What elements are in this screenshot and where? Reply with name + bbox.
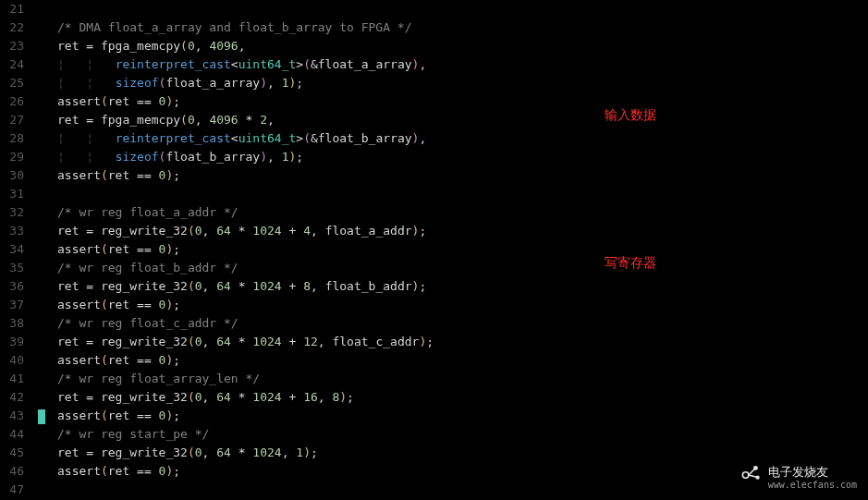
line-number[interactable]: 43 <box>0 407 24 425</box>
watermark-url: www.elecfans.com <box>768 480 857 490</box>
code-token: 4096 <box>209 113 245 127</box>
code-token: < <box>231 131 238 145</box>
line-number[interactable]: 25 <box>0 74 24 92</box>
code-token: * <box>238 279 253 293</box>
code-token: reinterpret_cast <box>116 131 231 145</box>
code-token: = <box>86 224 101 238</box>
code-token: 1024 <box>252 390 288 404</box>
code-line[interactable] <box>35 0 868 18</box>
code-token: ( <box>101 168 108 182</box>
code-line[interactable]: assert(ret == 0); <box>35 166 868 185</box>
code-line[interactable]: ret = reg_write_32(0, 64 * 1024 + 8, flo… <box>35 277 868 296</box>
line-number[interactable]: 38 <box>0 314 24 333</box>
code-token: ) <box>339 390 347 404</box>
annotation-label: 写寄存器 <box>605 253 656 272</box>
code-line[interactable]: ¦ ¦ sizeof(float_b_array), 1); <box>35 148 868 166</box>
code-line[interactable]: ¦ ¦ reinterpret_cast<uint64_t>(&float_b_… <box>35 129 868 148</box>
code-line[interactable]: assert(ret == 0); <box>35 240 868 259</box>
line-number[interactable]: 31 <box>0 185 24 203</box>
line-number-gutter[interactable]: 2122232425262728293031323334353637383940… <box>0 0 35 500</box>
line-number[interactable]: 21 <box>0 0 24 18</box>
code-line[interactable]: ret = fpga_memcpy(0, 4096 * 2, <box>35 111 868 129</box>
code-line[interactable]: /* wr reg float_a_addr */ <box>35 203 868 222</box>
code-line[interactable]: /* wr reg float_c_addr */ <box>35 314 868 333</box>
code-token: reg_write_32 <box>101 224 188 238</box>
code-token: ( <box>101 242 108 256</box>
code-token: ; <box>426 335 434 348</box>
code-token: ; <box>311 445 318 459</box>
code-token: assert <box>57 353 101 367</box>
code-token: == <box>137 168 158 182</box>
code-token: reg_write_32 <box>101 390 188 404</box>
code-line[interactable]: ret = reg_write_32(0, 64 * 1024, 1); <box>35 444 868 462</box>
code-line[interactable]: assert(ret == 0); <box>35 351 868 370</box>
code-token: < <box>231 57 238 71</box>
code-line[interactable]: assert(ret == 0); <box>35 296 868 314</box>
line-number[interactable]: 36 <box>0 277 24 296</box>
code-token: ; <box>173 94 180 108</box>
code-token: = <box>86 279 101 293</box>
line-number[interactable]: 45 <box>0 444 24 462</box>
code-token: ret <box>57 113 86 127</box>
line-number[interactable]: 22 <box>0 18 24 37</box>
line-number[interactable]: 29 <box>0 148 24 166</box>
code-line[interactable]: ¦ ¦ sizeof(float_a_array), 1); <box>35 74 868 92</box>
code-editor[interactable]: 2122232425262728293031323334353637383940… <box>0 0 868 500</box>
code-line[interactable] <box>35 185 868 203</box>
code-token: assert <box>57 94 101 108</box>
line-number[interactable]: 40 <box>0 351 24 370</box>
code-line[interactable]: /* wr reg start_pe */ <box>35 425 868 444</box>
line-number[interactable]: 37 <box>0 296 24 314</box>
code-line[interactable]: assert(ret == 0); <box>35 407 868 425</box>
code-token: , <box>267 76 282 90</box>
code-token: , <box>318 335 333 348</box>
code-token: ; <box>419 224 426 238</box>
code-token: ret <box>57 445 86 459</box>
code-token: ret <box>108 464 137 478</box>
line-number[interactable]: 42 <box>0 388 24 407</box>
code-token: float_a_addr <box>325 224 412 238</box>
code-token: fpga_memcpy <box>101 39 180 53</box>
line-number[interactable]: 46 <box>0 462 24 481</box>
code-token: ; <box>173 353 180 367</box>
line-number[interactable]: 33 <box>0 222 24 240</box>
code-line[interactable]: ret = fpga_memcpy(0, 4096, <box>35 37 868 55</box>
code-token: reg_write_32 <box>101 335 188 348</box>
code-token: float_b_array <box>318 131 412 145</box>
code-line[interactable]: ret = reg_write_32(0, 64 * 1024 + 4, flo… <box>35 222 868 240</box>
line-number[interactable]: 27 <box>0 111 24 129</box>
line-number[interactable]: 44 <box>0 425 24 444</box>
code-line[interactable]: ¦ ¦ reinterpret_cast<uint64_t>(&float_a_… <box>35 55 868 74</box>
code-token: 12 <box>303 335 318 348</box>
line-number[interactable]: 35 <box>0 259 24 277</box>
code-token: , <box>267 113 275 127</box>
code-line[interactable]: assert(ret == 0); <box>35 92 868 111</box>
code-token: ) <box>303 445 311 459</box>
code-token: , <box>238 39 246 53</box>
line-number[interactable]: 28 <box>0 129 24 148</box>
code-token: ret <box>108 94 137 108</box>
code-token: + <box>288 279 303 293</box>
code-line[interactable]: /* DMA float_a_array and float_b_array t… <box>35 18 868 37</box>
code-line[interactable]: /* wr reg float_array_len */ <box>35 370 868 388</box>
code-line[interactable]: ret = reg_write_32(0, 64 * 1024 + 16, 8)… <box>35 388 868 407</box>
line-number[interactable]: 30 <box>0 166 24 185</box>
line-number[interactable]: 26 <box>0 92 24 111</box>
code-token: , <box>195 113 210 127</box>
code-area[interactable]: /* DMA float_a_array and float_b_array t… <box>35 0 868 500</box>
line-number[interactable]: 24 <box>0 55 24 74</box>
line-number[interactable]: 32 <box>0 203 24 222</box>
code-token: 2 <box>260 113 267 127</box>
code-line[interactable]: /* wr reg float_b_addr */ <box>35 259 868 277</box>
line-number[interactable]: 41 <box>0 370 24 388</box>
code-token: ; <box>296 150 303 164</box>
line-number[interactable]: 34 <box>0 240 24 259</box>
code-token: sizeof <box>116 150 159 164</box>
line-number[interactable]: 47 <box>0 481 24 499</box>
line-number[interactable]: 23 <box>0 37 24 55</box>
code-token: + <box>288 335 303 348</box>
code-token: reg_write_32 <box>101 445 188 459</box>
line-number[interactable]: 39 <box>0 333 24 351</box>
code-token: > <box>296 131 303 145</box>
code-line[interactable]: ret = reg_write_32(0, 64 * 1024 + 12, fl… <box>35 333 868 351</box>
